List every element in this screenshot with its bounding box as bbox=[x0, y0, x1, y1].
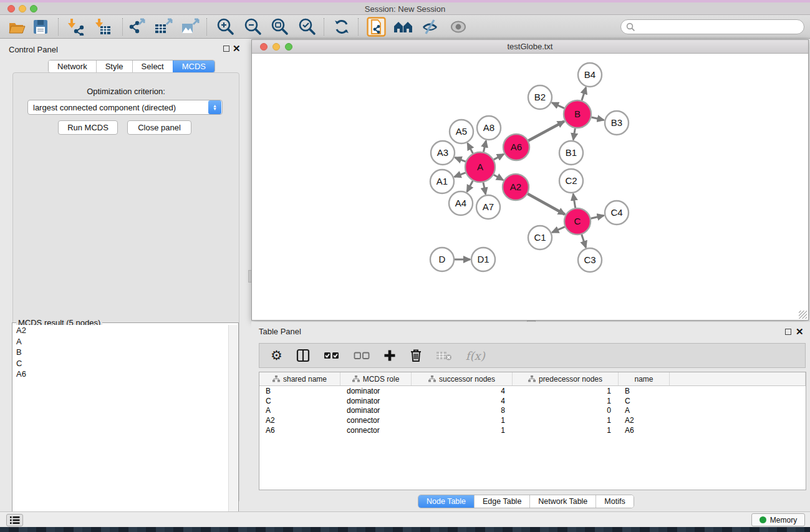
graph-node-B3[interactable]: B3 bbox=[605, 111, 629, 135]
table-cell[interactable]: 1 bbox=[513, 396, 619, 406]
function-builder-icon[interactable]: f(x) bbox=[466, 347, 485, 364]
table-cell[interactable]: B bbox=[259, 386, 340, 396]
add-icon[interactable] bbox=[383, 347, 396, 364]
new-network-from-selection-icon[interactable] bbox=[367, 17, 388, 37]
open-session-icon[interactable] bbox=[6, 17, 27, 37]
close-panel-button[interactable]: Close panel bbox=[127, 120, 191, 135]
export-network-icon[interactable] bbox=[127, 17, 148, 37]
mcds-result-list[interactable]: A2ABCA6 bbox=[13, 325, 229, 531]
edge-A6-B[interactable] bbox=[528, 121, 564, 140]
column-header-shared-name[interactable]: shared name bbox=[259, 372, 340, 385]
graph-node-A4[interactable]: A4 bbox=[449, 191, 473, 215]
search-input[interactable] bbox=[635, 22, 804, 31]
tab-style[interactable]: Style bbox=[96, 60, 132, 72]
import-table-icon[interactable] bbox=[92, 17, 113, 37]
table-cell[interactable]: connector bbox=[340, 415, 412, 425]
result-item[interactable]: B bbox=[13, 347, 229, 358]
edge-B-B2[interactable] bbox=[552, 103, 564, 109]
edge-A-A3[interactable] bbox=[455, 158, 466, 162]
graph-node-B[interactable]: B bbox=[564, 100, 591, 128]
zoom-in-icon[interactable] bbox=[215, 17, 236, 37]
graph-node-B2[interactable]: B2 bbox=[528, 85, 552, 109]
delete-table-icon[interactable] bbox=[436, 347, 452, 364]
table-row[interactable]: Bdominator41B bbox=[259, 386, 806, 396]
column-header-successor-nodes[interactable]: successor nodes bbox=[412, 372, 513, 385]
table-cell[interactable]: C bbox=[619, 396, 670, 406]
table-cell[interactable]: C bbox=[259, 396, 340, 406]
table-cell[interactable]: connector bbox=[340, 425, 412, 435]
table-cell[interactable]: B bbox=[619, 386, 670, 396]
graph-node-A6[interactable]: A6 bbox=[503, 134, 529, 160]
table-cell[interactable]: 1 bbox=[513, 415, 619, 425]
hide-selected-icon[interactable] bbox=[420, 17, 441, 37]
save-session-icon[interactable] bbox=[30, 17, 51, 37]
table-row[interactable]: Cdominator41C bbox=[259, 396, 806, 406]
network-graph[interactable]: A5A8A3AA1A4A7A6A2BB2B4B3B1CC2C4C1C3DD1 bbox=[252, 54, 808, 320]
import-network-icon[interactable] bbox=[64, 17, 85, 37]
table-cell[interactable]: 1 bbox=[412, 415, 513, 425]
graph-node-A1[interactable]: A1 bbox=[430, 170, 454, 193]
first-neighbors-icon[interactable] bbox=[393, 17, 414, 37]
task-history-button[interactable] bbox=[6, 514, 23, 526]
graph-node-A8[interactable]: A8 bbox=[477, 116, 501, 140]
graph-node-B1[interactable]: B1 bbox=[559, 141, 583, 165]
graph-node-C3[interactable]: C3 bbox=[578, 248, 602, 272]
graph-node-C1[interactable]: C1 bbox=[528, 226, 552, 249]
run-mcds-button[interactable]: Run MCDS bbox=[58, 120, 118, 135]
edge-C-C3[interactable] bbox=[582, 235, 586, 248]
graph-node-D[interactable]: D bbox=[430, 248, 454, 271]
close-panel-icon[interactable]: ✕ bbox=[233, 43, 241, 54]
edge-B-B1[interactable] bbox=[573, 128, 575, 140]
refresh-layout-icon[interactable] bbox=[331, 17, 352, 37]
edge-C-C2[interactable] bbox=[573, 194, 575, 208]
export-image-icon[interactable] bbox=[180, 17, 201, 37]
graph-node-A[interactable]: A bbox=[465, 152, 495, 182]
edge-A-A8[interactable] bbox=[483, 140, 486, 152]
delete-icon[interactable] bbox=[410, 347, 422, 364]
float-panel-icon[interactable] bbox=[223, 46, 229, 52]
edge-B-B3[interactable] bbox=[591, 117, 604, 120]
table-cell[interactable]: 4 bbox=[412, 396, 513, 406]
table-cell[interactable]: dominator bbox=[340, 396, 412, 406]
memory-button[interactable]: Memory bbox=[751, 513, 805, 526]
graph-node-A2[interactable]: A2 bbox=[503, 174, 529, 200]
result-item[interactable]: A6 bbox=[13, 369, 229, 380]
table-cell[interactable]: dominator bbox=[340, 386, 412, 396]
table-cell[interactable]: A2 bbox=[619, 415, 670, 425]
result-item[interactable]: A bbox=[13, 336, 229, 347]
edge-C-C4[interactable] bbox=[591, 216, 604, 219]
table-cell[interactable]: A6 bbox=[619, 425, 670, 435]
tab-mcds[interactable]: MCDS bbox=[173, 60, 215, 72]
table-row[interactable]: Adominator80A bbox=[259, 406, 806, 416]
edge-A2-C[interactable] bbox=[528, 194, 565, 215]
edge-A-A4[interactable] bbox=[467, 181, 473, 191]
edge-A-A7[interactable] bbox=[483, 182, 486, 194]
close-table-panel-icon[interactable]: ✕ bbox=[796, 326, 804, 337]
edge-C-C1[interactable] bbox=[552, 227, 565, 233]
search-field[interactable] bbox=[620, 19, 804, 34]
edge-A-A5[interactable] bbox=[468, 143, 473, 153]
table-cell[interactable]: A2 bbox=[259, 415, 340, 425]
result-item[interactable]: A2 bbox=[13, 325, 229, 336]
select-all-icon[interactable] bbox=[324, 347, 340, 364]
graph-node-A7[interactable]: A7 bbox=[476, 195, 500, 219]
tab-motifs[interactable]: Motifs bbox=[595, 495, 633, 508]
zoom-fit-icon[interactable] bbox=[269, 17, 290, 37]
edge-A-A2[interactable] bbox=[494, 175, 503, 180]
network-window-title-bar[interactable]: testGlobe.txt bbox=[252, 40, 808, 54]
graph-node-B4[interactable]: B4 bbox=[578, 63, 602, 87]
edge-A-A1[interactable] bbox=[455, 173, 466, 177]
criterion-dropdown[interactable]: largest connected component (directed) ▲… bbox=[27, 100, 223, 115]
graph-node-A5[interactable]: A5 bbox=[450, 120, 473, 143]
column-pane-icon[interactable] bbox=[296, 347, 310, 364]
edge-B-B4[interactable] bbox=[582, 87, 586, 100]
deselect-all-icon[interactable] bbox=[354, 347, 370, 364]
table-cell[interactable]: 1 bbox=[412, 425, 513, 435]
minimize-window-button[interactable] bbox=[19, 5, 26, 12]
table-cell[interactable]: 8 bbox=[412, 406, 513, 416]
graph-node-A3[interactable]: A3 bbox=[431, 141, 455, 165]
table-row[interactable]: A2connector11A2 bbox=[259, 415, 806, 425]
tab-edge-table[interactable]: Edge Table bbox=[474, 495, 529, 508]
close-window-button[interactable] bbox=[7, 5, 15, 12]
tab-network[interactable]: Network bbox=[49, 60, 96, 72]
